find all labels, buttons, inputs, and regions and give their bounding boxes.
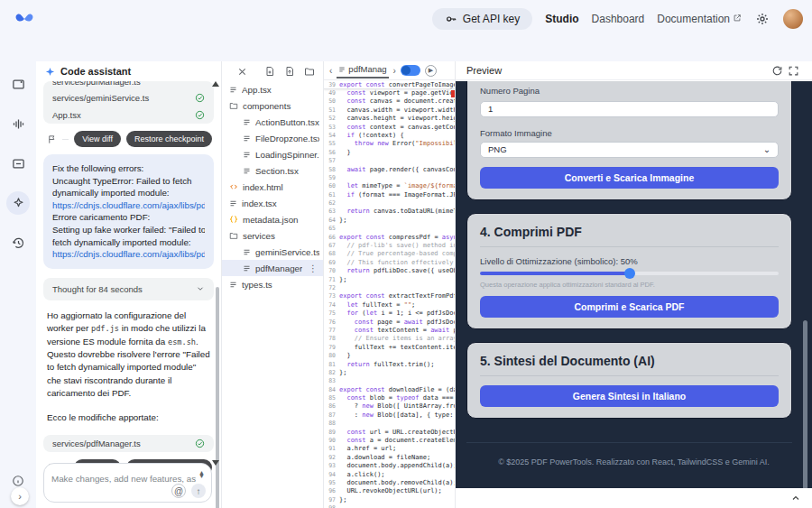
- compress-download-button[interactable]: Comprimi e Scarica PDF: [480, 296, 779, 318]
- image-format-select[interactable]: PNG ⌄: [480, 142, 779, 158]
- code-line-54[interactable]: 54 if (!context) {: [324, 132, 455, 140]
- code-line-53[interactable]: 53 const context = canvas.getConte: [324, 124, 455, 132]
- code-line-51[interactable]: 51 canvas.width = viewport.width;: [324, 106, 455, 115]
- code-line-92[interactable]: 92 a.download = fileName;: [324, 454, 455, 462]
- chat-scrollbar[interactable]: [216, 287, 219, 508]
- rail-media-icon[interactable]: [6, 152, 30, 175]
- tree-item-loadingspinner-t-[interactable]: LoadingSpinner.t...: [222, 146, 323, 162]
- view-diff-button[interactable]: View diff: [74, 131, 121, 147]
- tree-item-index-tsx[interactable]: index.tsx: [222, 195, 323, 211]
- settings-gear-icon[interactable]: [754, 11, 770, 27]
- code-line-71[interactable]: 71};: [324, 276, 455, 284]
- code-line-78[interactable]: 78 // Ensure items is an array a: [324, 335, 455, 343]
- send-button[interactable]: ↑: [191, 484, 206, 498]
- close-icon[interactable]: [235, 65, 248, 78]
- code-line-93[interactable]: 93 document.body.appendChild(a);: [324, 462, 455, 470]
- code-line-83[interactable]: 83: [324, 377, 455, 385]
- nav-studio[interactable]: Studio: [545, 13, 578, 25]
- chat-input-box[interactable]: ▲▼ @ ↑: [43, 463, 212, 503]
- chat-input[interactable]: [51, 474, 196, 484]
- code-line-59[interactable]: 59: [324, 174, 455, 182]
- tree-item-geminiservice-ts[interactable]: geminiService.ts: [222, 244, 323, 260]
- tree-item-section-tsx[interactable]: Section.tsx: [222, 162, 323, 179]
- tree-item-services[interactable]: services: [222, 227, 323, 244]
- edited-file-row[interactable]: App.tsx: [43, 106, 214, 124]
- input-scroll-arrows-icon[interactable]: ▲▼: [198, 471, 205, 478]
- code-line-90[interactable]: 90 const a = document.createElemen: [324, 437, 455, 445]
- code-line-77[interactable]: 77 const textContent = await pag: [324, 327, 455, 335]
- code-line-66[interactable]: 66export const compressPdf = async: [324, 234, 455, 242]
- edited-file-row[interactable]: services/pdfManager.ts: [43, 435, 214, 452]
- nav-documentation[interactable]: Documentation: [657, 13, 742, 25]
- code-preview-toggle[interactable]: [401, 65, 420, 76]
- code-line-55[interactable]: 55 throw new Error("Impossibile: [324, 140, 455, 148]
- tree-item-app-tsx[interactable]: App.tsx: [222, 81, 323, 97]
- code-line-70[interactable]: 70 return pdfLibDoc.save({ useObje: [324, 267, 455, 275]
- code-line-79[interactable]: 79 fullText += textContent.items: [324, 344, 455, 352]
- run-button[interactable]: ▶: [425, 65, 437, 77]
- code-line-81[interactable]: 81 return fullText.trim();: [324, 361, 455, 369]
- code-line-65[interactable]: 65: [324, 225, 455, 233]
- code-line-72[interactable]: 72: [324, 284, 455, 292]
- fullscreen-icon[interactable]: [785, 62, 801, 79]
- code-line-61[interactable]: 61 if (format === ImageFormat.JPEG: [324, 191, 455, 199]
- add-folder-icon[interactable]: [302, 65, 316, 79]
- code-line-82[interactable]: 82};: [324, 369, 455, 377]
- error-link[interactable]: https://cdnjs.cloudflare.com/ajax/libs/p…: [52, 199, 205, 212]
- convert-download-button[interactable]: Converti e Scarica Immagine: [480, 167, 779, 189]
- code-line-94[interactable]: 94 a.click();: [324, 471, 455, 479]
- add-file-icon[interactable]: [263, 65, 276, 79]
- code-line-69[interactable]: 69 // This function effectively re: [324, 259, 455, 267]
- upload-file-icon[interactable]: [282, 65, 296, 79]
- code-line-74[interactable]: 74 let fullText = "";: [324, 301, 455, 309]
- code-line-91[interactable]: 91 a.href = url;: [324, 445, 455, 453]
- gemini-logo-icon[interactable]: [14, 9, 34, 29]
- tree-item-metadata-json[interactable]: metadata.json: [222, 211, 323, 227]
- code-line-98[interactable]: 98: [324, 504, 455, 508]
- code-line-84[interactable]: 84export const downloadFile = (data: [324, 386, 455, 394]
- code-line-56[interactable]: 56 }: [324, 149, 455, 157]
- code-area[interactable]: 39export const convertPageToImage 49 con…: [324, 80, 455, 508]
- code-line-95[interactable]: 95 document.body.removeChild(a);: [324, 479, 455, 487]
- code-line-75[interactable]: 75 for (let i = 1; i <= pdfJsDoc.n: [324, 309, 455, 318]
- preview-scrollbar[interactable]: [803, 320, 807, 488]
- code-line-85[interactable]: 85 const blob = typeof data === 's: [324, 394, 455, 402]
- slider-thumb[interactable]: [624, 268, 635, 279]
- rail-apps-icon[interactable]: [6, 191, 30, 215]
- code-line-50[interactable]: 50 const canvas = document.create: [324, 97, 455, 106]
- code-line-64[interactable]: 64};: [324, 217, 455, 225]
- code-line-96[interactable]: 96 URL.revokeObjectURL(url);: [324, 487, 455, 495]
- editor-active-tab[interactable]: pdfManag: [337, 62, 388, 79]
- user-avatar[interactable]: [783, 9, 803, 29]
- refresh-icon[interactable]: [769, 62, 785, 79]
- restore-checkpoint-button[interactable]: Restore checkpoint: [126, 131, 212, 147]
- code-line-68[interactable]: 68 // True percentage-based compre: [324, 250, 455, 258]
- code-line-67[interactable]: 67 // pdf-lib's save() method inhe: [324, 242, 455, 250]
- edited-file-row[interactable]: services/geminiService.ts: [43, 89, 214, 106]
- get-api-key-button[interactable]: Get API key: [432, 8, 532, 30]
- code-line-60[interactable]: 60 let mimeType = `image/${format}: [324, 182, 455, 190]
- optimization-slider[interactable]: [480, 272, 779, 275]
- attach-button[interactable]: @: [171, 484, 186, 498]
- code-line-89[interactable]: 89 const url = URL.createObjectURL: [324, 429, 455, 437]
- tree-item-components[interactable]: components: [222, 97, 323, 114]
- rail-voice-icon[interactable]: [6, 112, 30, 135]
- code-line-52[interactable]: 52 canvas.height = viewport.height: [324, 115, 455, 123]
- chat-scroll-down[interactable]: [212, 460, 219, 466]
- page-number-input[interactable]: [480, 101, 779, 117]
- nav-dashboard[interactable]: Dashboard: [592, 13, 645, 25]
- tree-item-pdfmanager-ts[interactable]: pdfManager.ts⋮: [222, 260, 323, 276]
- error-link[interactable]: https://cdnjs.cloudflare.com/ajax/libs/p…: [52, 248, 205, 261]
- code-line-87[interactable]: 87 : new Blob([data], { type: mi: [324, 411, 455, 420]
- rail-chat-icon[interactable]: [6, 72, 30, 96]
- expand-rail-button[interactable]: ›: [11, 487, 29, 505]
- code-line-76[interactable]: 76 const page = await pdfJsDoc.g: [324, 319, 455, 327]
- kebab-menu-icon[interactable]: ⋮: [307, 263, 319, 273]
- prev-file-icon[interactable]: ‹: [329, 66, 332, 76]
- chat-scroll-up[interactable]: [212, 81, 219, 87]
- code-line-86[interactable]: 86 ? new Blob([ Uint8Array.from(: [324, 402, 455, 411]
- code-line-97[interactable]: 97};: [324, 496, 455, 504]
- tree-item-types-ts[interactable]: types.ts: [222, 276, 323, 292]
- thought-accordion[interactable]: Thought for 84 seconds: [43, 278, 214, 300]
- code-line-80[interactable]: 80 }: [324, 352, 455, 360]
